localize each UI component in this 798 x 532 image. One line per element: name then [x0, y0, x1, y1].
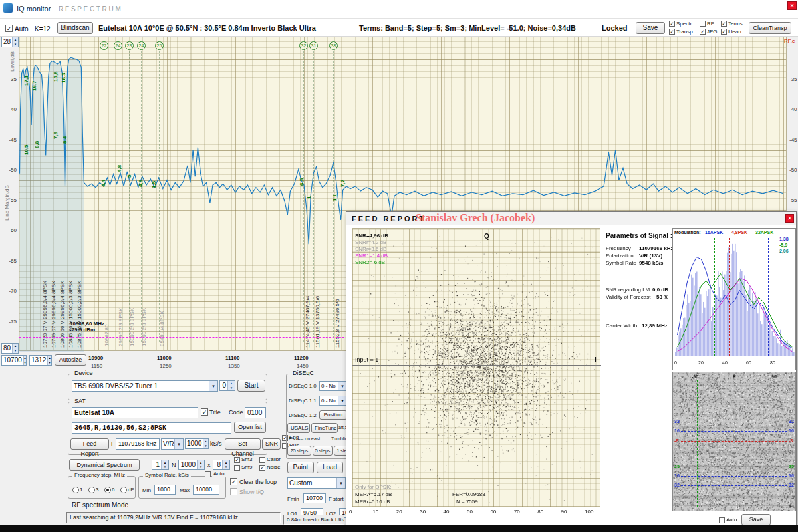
- transp-checkbox[interactable]: [669, 29, 675, 35]
- clear-loop-checkbox[interactable]: [230, 478, 237, 485]
- paint-button[interactable]: Paint: [287, 462, 314, 473]
- freqstep-radio-6[interactable]: [104, 487, 111, 493]
- transponder-label-grey: 29996,2/3 8PSK: [118, 308, 124, 346]
- load-button[interactable]: Load: [317, 462, 343, 473]
- param-symbolrate-label: Symbol Rate: [606, 260, 636, 266]
- set-channel-button[interactable]: Set Channel: [225, 438, 261, 450]
- show-iq-checkbox[interactable]: [230, 488, 237, 495]
- transponder-input[interactable]: 3645,R,16130,56,S2;8PSK: [72, 422, 231, 434]
- auto-checkbox[interactable]: [5, 25, 13, 32]
- search-status-bar: Last searching at 11079,2MHz V/R 13V Fin…: [66, 512, 281, 523]
- transponder-marker-circle: 32: [299, 41, 308, 50]
- code-input[interactable]: 0100: [245, 407, 266, 418]
- tuner-select[interactable]: TBS 6908 DVBS/S2 Tuner 1▾: [72, 380, 218, 392]
- blindscan-button[interactable]: Blindscan: [57, 22, 93, 34]
- app-window: { "titlebar": {"app": "IQ monitor", "tit…: [0, 0, 798, 532]
- calibr-checkbox[interactable]: [259, 457, 265, 463]
- title-label: Title: [209, 409, 221, 416]
- start-button[interactable]: Start: [237, 380, 265, 392]
- n-readout: N = 7559: [456, 499, 478, 505]
- level-top-spinner[interactable]: 28▴▾: [1, 37, 19, 47]
- close-button[interactable]: ✕: [787, 1, 797, 10]
- peak-level-label: 7,7: [340, 180, 346, 187]
- y-axis-label-right: -35: [789, 76, 798, 82]
- peak-level-label: 6,5: [299, 178, 305, 186]
- satellite-name-input[interactable]: Eutelsat 10A: [72, 407, 198, 418]
- app-title: IQ monitor: [17, 5, 51, 13]
- waterfall-level-label-left: 32: [674, 419, 680, 424]
- wf-auto-checkbox[interactable]: [719, 517, 725, 523]
- sm9-checkbox[interactable]: [234, 465, 240, 471]
- constellation-x-tick: 80: [537, 509, 543, 515]
- feed-report-titlebar[interactable]: FEED REPORT Stanislav Grech (Jacobek) ✕: [346, 212, 796, 225]
- feed-report-author: Stanislav Grech (Jacobek): [416, 212, 535, 224]
- llean-checkbox[interactable]: [721, 29, 727, 35]
- jpg-checkbox[interactable]: [700, 29, 706, 35]
- dyn-spinner-1[interactable]: 1▴▾: [152, 460, 169, 470]
- waterfall-left-label: -90: [692, 374, 698, 379]
- terms-checkbox[interactable]: [721, 21, 727, 27]
- dynamical-spectrum-button[interactable]: Dynamical Spectrum: [69, 459, 140, 471]
- position-button[interactable]: Position: [319, 410, 347, 420]
- app-icon: [3, 3, 13, 13]
- freqstep-radio-dF[interactable]: [120, 487, 127, 493]
- peak-level-label: 1: [306, 196, 312, 199]
- waterfall-vertical-line: [735, 380, 735, 507]
- waterfall-level-label-left: 16: [674, 473, 680, 478]
- steps-25-button[interactable]: 25 steps: [287, 446, 311, 456]
- param-validity-value: 53 %: [656, 294, 668, 300]
- wf-save-button[interactable]: Save: [741, 514, 771, 525]
- finetune-button[interactable]: FineTune: [311, 423, 338, 433]
- waterfall-center-label: R: [733, 374, 736, 379]
- steps-5-button[interactable]: 5 steps: [313, 446, 332, 456]
- feed-report-button[interactable]: Feed Report: [70, 438, 109, 450]
- freqstep-radio-1[interactable]: [72, 487, 79, 493]
- feed-close-button[interactable]: ✕: [785, 214, 794, 223]
- max-input[interactable]: 10000: [193, 485, 219, 495]
- param-carrier-label: Carrier Width: [606, 323, 637, 329]
- freqstep-radio-3[interactable]: [88, 487, 95, 493]
- sr-auto-checkbox[interactable]: [205, 471, 211, 477]
- snr-button[interactable]: SNR: [262, 438, 281, 450]
- transponder-marker-line: [104, 51, 104, 342]
- diseqc10-select[interactable]: 0 - No▾: [319, 381, 347, 391]
- hist-x-tick: 20: [698, 360, 704, 365]
- peak-level-label: 15,8: [53, 71, 59, 82]
- start-freq-spinner[interactable]: 10700▴▾: [1, 355, 27, 366]
- tuner-index-spinner[interactable]: 0▴▾: [219, 380, 235, 391]
- sat-info-text: Eutelsat 10A 10°0E @ 50.5°N : 30.5°E 0.8…: [98, 24, 316, 32]
- merr-readout: MERr=5.16 dB: [355, 499, 390, 505]
- diseqc11-select[interactable]: 0 - No▾: [319, 396, 347, 406]
- sr-spinner[interactable]: 1000▴▾: [185, 438, 209, 449]
- legend-48psk: 4,8PSK: [732, 230, 747, 235]
- min-input[interactable]: 1000: [154, 485, 176, 495]
- level-bottom-spinner[interactable]: 80▴▾: [1, 343, 19, 354]
- noise-checkbox[interactable]: [259, 465, 265, 471]
- frequency-input[interactable]: 11079168 kHz: [116, 438, 160, 450]
- waterfall-level-label-right: 16: [789, 473, 794, 478]
- title-checkbox[interactable]: [201, 408, 208, 416]
- waterfall-level-label-right: 32: [789, 419, 794, 424]
- usals-button[interactable]: USALS: [287, 423, 310, 433]
- sm3-checkbox[interactable]: [234, 457, 240, 463]
- transponder-label-grey: 9548,3/4 8PSK: [159, 311, 165, 346]
- sr-auto-label: Auto: [212, 471, 225, 477]
- x-axis-label-if: 1450: [297, 363, 309, 369]
- spectr-checkbox[interactable]: [669, 21, 675, 27]
- autosize-button[interactable]: Autosize: [55, 354, 86, 366]
- transponder-label: 11552,8 V 27496,5/6: [334, 299, 340, 348]
- dyn-spinner-x[interactable]: 8▴▾: [213, 460, 230, 470]
- custom-select[interactable]: Custom▾: [287, 477, 346, 489]
- fmin-input[interactable]: 10700: [303, 493, 326, 503]
- rf-checkbox[interactable]: [700, 21, 706, 27]
- polarization-select[interactable]: V/R▾: [161, 438, 184, 450]
- open-list-button[interactable]: Open list: [234, 422, 266, 433]
- transponder-label: 11474,45 V 27407,3/4: [305, 296, 311, 348]
- hist-x-tick: 80: [770, 360, 775, 365]
- peak-level-label: 1,5: [151, 181, 157, 188]
- freqstep-radio-label: 1: [80, 487, 82, 493]
- cleantransp-button[interactable]: CleanTransp: [749, 22, 791, 34]
- save-button[interactable]: Save: [636, 22, 665, 34]
- span-spinner[interactable]: 1312▴▾: [29, 355, 52, 366]
- dyn-spinner-n[interactable]: 1000▴▾: [178, 460, 205, 470]
